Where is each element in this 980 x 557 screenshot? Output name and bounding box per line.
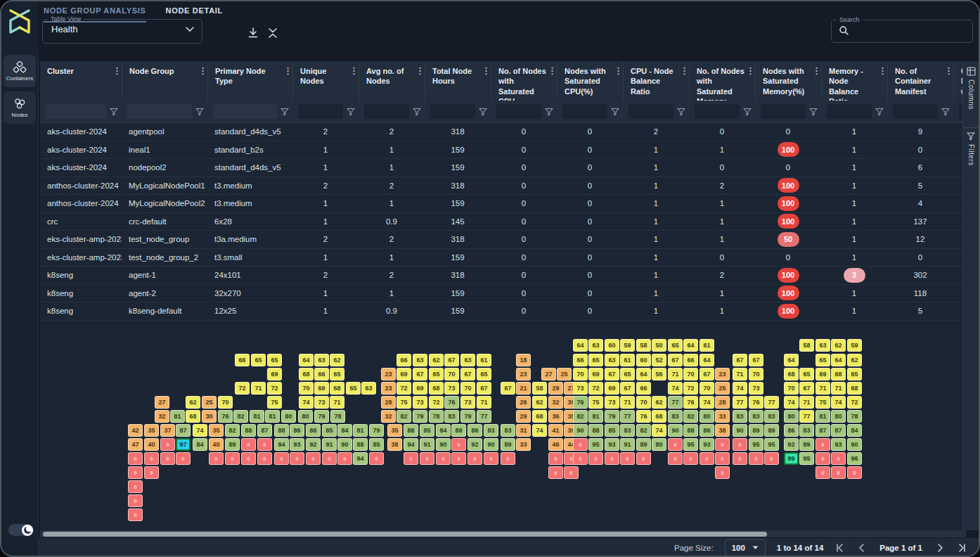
heatmap-tile[interactable]: 28 [381,396,396,409]
heatmap-tile[interactable]: 89 [749,424,763,437]
search-field[interactable]: Search [831,16,973,43]
heatmap-tile[interactable]: 65 [267,354,282,366]
heatmap-tile[interactable]: 90 [573,424,588,437]
heatmap-tile[interactable]: 65 [429,368,444,380]
heatmap-tile[interactable]: 0 [501,452,515,465]
heatmap-tile[interactable]: 70 [699,382,714,395]
heatmap-tile[interactable]: 81 [265,410,280,423]
heatmap-tile[interactable]: 65 [588,354,603,366]
heatmap-tile[interactable]: 0 [451,438,466,451]
column-header-cpu-node-balance-ratio[interactable]: CPU - Node Balance Ratio⋮ [623,61,689,101]
column-header-memory-node-balance-ratio[interactable]: Memory - Node Balance Ratio⋮ [821,61,887,101]
heatmap-tile[interactable]: 89 [225,438,240,451]
heatmap-tile[interactable]: 84 [847,424,862,437]
table-view-select[interactable]: Table View Health [42,15,202,44]
heatmap-tile[interactable]: 56 [652,368,666,380]
heatmap-tile[interactable]: 76 [749,396,763,409]
heatmap-tile[interactable]: 81 [815,410,830,423]
heatmap-tile[interactable]: 74 [831,396,846,409]
heatmap-tile[interactable]: 73 [314,396,329,409]
heatmap-tile[interactable]: 29 [548,382,563,395]
heatmap-tile[interactable]: 0 [128,508,143,521]
heatmap-tile[interactable]: 40 [209,438,224,451]
heatmap-tile[interactable]: 60 [636,354,651,366]
heatmap-tile[interactable]: 71 [668,368,683,380]
heatmap-tile[interactable]: 65 [815,354,830,366]
heatmap-tile[interactable]: 41 [548,424,563,437]
heatmap-tile[interactable]: 38 [715,424,730,437]
heatmap-tile[interactable]: 63 [314,354,329,366]
filter-input-avg-no-of-nodes[interactable] [364,104,409,119]
heatmap-tile[interactable]: 88 [274,424,289,437]
heatmap-tile[interactable]: 0 [548,452,563,465]
heatmap-tile[interactable]: 31 [516,424,531,437]
heatmap-tile[interactable]: 62 [330,354,344,366]
heatmap-tile[interactable]: 74 [733,382,747,395]
heatmap-tile[interactable]: 95 [683,438,698,451]
heatmap-tile[interactable]: 75 [588,396,603,409]
last-page-button[interactable] [958,543,967,553]
table-row[interactable]: aks-cluster-2024ineal1standard_b2s111590… [40,141,966,160]
heatmap-tile[interactable]: 27 [155,396,169,409]
heatmap-tile[interactable]: 0 [484,452,498,465]
heatmap-tile[interactable]: 62 [532,396,547,409]
heatmap-tile[interactable]: 90 [668,424,683,437]
filter-funnel-icon[interactable] [479,108,487,116]
column-header-unique-nodes[interactable]: Unique Nodes⋮ [292,61,359,101]
heatmap-tile[interactable]: 67 [477,382,491,395]
heatmap-tile[interactable]: 72 [235,382,250,395]
heatmap-tile[interactable]: 38 [387,438,402,451]
column-header-nodes-with-saturated-memory[interactable]: Nodes with Saturated Memory(%)⋮ [755,61,821,101]
heatmap-tile[interactable]: 58 [636,339,651,352]
table-row[interactable]: aks-cluster-2024nodepool2standard_d4ds_v… [40,159,966,177]
heatmap-tile[interactable]: 70 [444,368,459,380]
table-row[interactable]: eks-cluster-amp-2023test_node_group_2t3.… [40,249,966,267]
heatmap-tile[interactable]: 70 [460,382,475,395]
heatmap-tile[interactable]: 68 [847,382,862,395]
heatmap-tile[interactable]: 66 [314,368,329,380]
heatmap-tile[interactable]: 80 [784,410,799,423]
heatmap-tile[interactable]: 0 [451,452,466,465]
heatmap-tile[interactable]: 92 [468,438,482,451]
heatmap-tile[interactable]: 69 [815,368,830,380]
heatmap-tile[interactable]: 86 [784,424,799,437]
heatmap-tile[interactable]: 0 [468,452,482,465]
heatmap-tile[interactable]: 37 [160,424,175,437]
heatmap-tile[interactable]: 90 [484,438,498,451]
heatmap-tile[interactable]: 95 [764,438,779,451]
heatmap-tile[interactable]: 66 [235,354,250,366]
heatmap-tile[interactable]: 0 [715,466,730,479]
heatmap-tile[interactable]: 68 [532,410,547,423]
column-header-no-of-nodes-with-saturated-cpu[interactable]: No. of Nodes with Saturated CPU⋮ [491,61,557,101]
heatmap-tile[interactable]: 0 [128,494,143,507]
heatmap-tile[interactable]: 67 [444,354,459,366]
heatmap-tile[interactable]: 82 [683,410,698,423]
heatmap-tile[interactable]: 69 [267,368,282,380]
heatmap-tile[interactable]: 64 [784,354,799,366]
heatmap-tile[interactable]: 40 [144,438,159,451]
heatmap-tile[interactable]: 35 [387,424,402,437]
heatmap-tile[interactable]: 87 [815,424,830,437]
heatmap-tile[interactable]: 67 [799,382,814,395]
filter-funnel-icon[interactable] [941,108,950,116]
heatmap-tile[interactable]: 0 [620,452,635,465]
heatmap-tile[interactable]: 62 [186,396,200,409]
heatmap-tile[interactable]: 0 [274,452,289,465]
filter-funnel-icon[interactable] [809,108,818,116]
heatmap-tile[interactable]: 80 [281,410,296,423]
column-menu-icon[interactable]: ⋮ [746,66,754,99]
heatmap-tile[interactable]: 0 [815,452,830,465]
heatmap-tile[interactable]: 0 [369,452,384,465]
column-menu-icon[interactable]: ⋮ [349,66,357,99]
heatmap-tile[interactable]: 99 [784,452,799,465]
heatmap-tile[interactable]: 66 [636,382,651,395]
heatmap-tile[interactable]: 0 [573,452,588,465]
heatmap-tile[interactable]: 95 [749,438,763,451]
column-menu-icon[interactable]: ⋮ [944,66,952,99]
table-row[interactable]: k8sengagent-232x2701115900111001118 [40,285,966,303]
heatmap-tile[interactable]: 0 [160,452,175,465]
heatmap-tile[interactable]: 64 [831,354,846,366]
heatmap-tile[interactable]: 74 [193,424,207,437]
heatmap-tile[interactable]: 0 [290,452,304,465]
heatmap-tile[interactable]: 87 [257,424,272,437]
